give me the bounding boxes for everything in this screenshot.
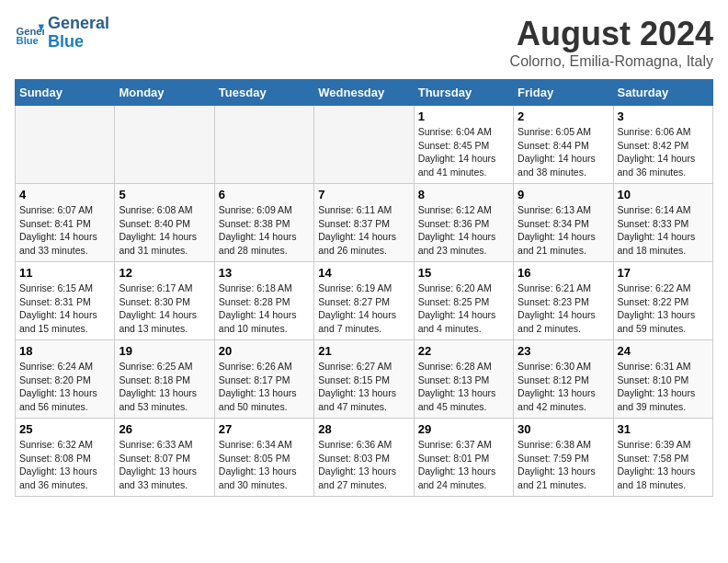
calendar-body: 1Sunrise: 6:04 AMSunset: 8:45 PMDaylight… (16, 106, 713, 497)
calendar-cell: 14Sunrise: 6:19 AMSunset: 8:27 PMDayligh… (314, 262, 414, 340)
day-info: Sunrise: 6:07 AMSunset: 8:41 PMDaylight:… (19, 203, 110, 258)
calendar-cell: 16Sunrise: 6:21 AMSunset: 8:23 PMDayligh… (514, 262, 613, 340)
calendar-table: SundayMondayTuesdayWednesdayThursdayFrid… (15, 79, 713, 497)
day-number: 7 (318, 188, 409, 201)
day-number: 13 (219, 266, 310, 280)
calendar-cell: 1Sunrise: 6:04 AMSunset: 8:45 PMDaylight… (414, 106, 513, 184)
title-block: August 2024 Colorno, Emilia-Romagna, Ita… (510, 15, 713, 70)
calendar-cell: 6Sunrise: 6:09 AMSunset: 8:38 PMDaylight… (214, 184, 313, 262)
day-info: Sunrise: 6:25 AMSunset: 8:18 PMDaylight:… (119, 360, 210, 414)
day-info: Sunrise: 6:27 AMSunset: 8:15 PMDaylight:… (318, 360, 409, 414)
day-info: Sunrise: 6:31 AMSunset: 8:10 PMDaylight:… (618, 360, 709, 414)
day-info: Sunrise: 6:39 AMSunset: 7:58 PMDaylight:… (618, 438, 709, 492)
day-number: 18 (19, 344, 110, 358)
day-info: Sunrise: 6:14 AMSunset: 8:33 PMDaylight:… (618, 203, 709, 258)
day-info: Sunrise: 6:15 AMSunset: 8:31 PMDaylight:… (19, 282, 110, 336)
day-number: 1 (418, 109, 509, 123)
day-info: Sunrise: 6:06 AMSunset: 8:42 PMDaylight:… (618, 125, 709, 179)
day-number: 3 (618, 109, 709, 123)
month-title: August 2024 (510, 15, 713, 53)
day-number: 11 (19, 266, 110, 280)
day-number: 17 (618, 266, 709, 280)
calendar-cell: 8Sunrise: 6:12 AMSunset: 8:36 PMDaylight… (414, 184, 513, 262)
calendar-cell: 25Sunrise: 6:32 AMSunset: 8:08 PMDayligh… (16, 419, 115, 497)
calendar-cell: 11Sunrise: 6:15 AMSunset: 8:31 PMDayligh… (16, 262, 115, 340)
day-number: 22 (418, 344, 509, 358)
day-info: Sunrise: 6:32 AMSunset: 8:08 PMDaylight:… (19, 438, 110, 492)
day-number: 5 (119, 188, 210, 201)
calendar-cell: 3Sunrise: 6:06 AMSunset: 8:42 PMDaylight… (613, 106, 712, 184)
page-header: General Blue General Blue August 2024 Co… (15, 15, 713, 70)
calendar-cell: 10Sunrise: 6:14 AMSunset: 8:33 PMDayligh… (613, 184, 712, 262)
calendar-cell (115, 106, 214, 184)
day-info: Sunrise: 6:30 AMSunset: 8:12 PMDaylight:… (518, 360, 609, 414)
calendar-cell: 18Sunrise: 6:24 AMSunset: 8:20 PMDayligh… (16, 340, 115, 419)
day-number: 16 (518, 266, 609, 280)
calendar-cell: 27Sunrise: 6:34 AMSunset: 8:05 PMDayligh… (214, 419, 313, 497)
calendar-cell: 5Sunrise: 6:08 AMSunset: 8:40 PMDaylight… (115, 184, 214, 262)
day-info: Sunrise: 6:33 AMSunset: 8:07 PMDaylight:… (119, 438, 210, 492)
day-info: Sunrise: 6:24 AMSunset: 8:20 PMDaylight:… (19, 360, 110, 414)
calendar-cell: 28Sunrise: 6:36 AMSunset: 8:03 PMDayligh… (314, 419, 414, 497)
calendar-cell: 31Sunrise: 6:39 AMSunset: 7:58 PMDayligh… (613, 419, 712, 497)
calendar-cell (16, 106, 115, 184)
day-number: 6 (219, 188, 310, 201)
day-number: 2 (518, 109, 609, 123)
calendar-week-3: 11Sunrise: 6:15 AMSunset: 8:31 PMDayligh… (16, 262, 713, 340)
calendar-cell: 24Sunrise: 6:31 AMSunset: 8:10 PMDayligh… (613, 340, 712, 419)
day-number: 12 (119, 266, 210, 280)
logo-text: General Blue (48, 15, 109, 52)
calendar-cell: 4Sunrise: 6:07 AMSunset: 8:41 PMDaylight… (16, 184, 115, 262)
calendar-cell: 9Sunrise: 6:13 AMSunset: 8:34 PMDaylight… (514, 184, 613, 262)
day-info: Sunrise: 6:11 AMSunset: 8:37 PMDaylight:… (318, 203, 409, 258)
day-number: 15 (418, 266, 509, 280)
calendar-cell: 29Sunrise: 6:37 AMSunset: 8:01 PMDayligh… (414, 419, 513, 497)
day-number: 20 (219, 344, 310, 358)
day-number: 8 (418, 188, 509, 201)
calendar-cell: 23Sunrise: 6:30 AMSunset: 8:12 PMDayligh… (514, 340, 613, 419)
logo: General Blue General Blue (15, 15, 109, 52)
calendar-cell: 7Sunrise: 6:11 AMSunset: 8:37 PMDaylight… (314, 184, 414, 262)
calendar-cell: 2Sunrise: 6:05 AMSunset: 8:44 PMDaylight… (514, 106, 613, 184)
day-info: Sunrise: 6:18 AMSunset: 8:28 PMDaylight:… (219, 282, 310, 336)
weekday-header-thursday: Thursday (414, 80, 513, 106)
day-info: Sunrise: 6:08 AMSunset: 8:40 PMDaylight:… (119, 203, 210, 258)
day-number: 25 (19, 422, 110, 436)
day-info: Sunrise: 6:04 AMSunset: 8:45 PMDaylight:… (418, 125, 509, 179)
calendar-cell (214, 106, 313, 184)
calendar-cell: 15Sunrise: 6:20 AMSunset: 8:25 PMDayligh… (414, 262, 513, 340)
weekday-header-sunday: Sunday (16, 80, 115, 106)
calendar-week-1: 1Sunrise: 6:04 AMSunset: 8:45 PMDaylight… (16, 106, 713, 184)
calendar-cell: 19Sunrise: 6:25 AMSunset: 8:18 PMDayligh… (115, 340, 214, 419)
day-number: 4 (19, 188, 110, 201)
day-number: 31 (618, 422, 709, 436)
day-info: Sunrise: 6:34 AMSunset: 8:05 PMDaylight:… (219, 438, 310, 492)
calendar-cell: 30Sunrise: 6:38 AMSunset: 7:59 PMDayligh… (514, 419, 613, 497)
weekday-header-saturday: Saturday (613, 80, 712, 106)
day-number: 21 (318, 344, 409, 358)
day-number: 14 (318, 266, 409, 280)
weekday-header-tuesday: Tuesday (214, 80, 313, 106)
day-info: Sunrise: 6:22 AMSunset: 8:22 PMDaylight:… (618, 282, 709, 336)
calendar-week-2: 4Sunrise: 6:07 AMSunset: 8:41 PMDaylight… (16, 184, 713, 262)
calendar-week-4: 18Sunrise: 6:24 AMSunset: 8:20 PMDayligh… (16, 340, 713, 419)
day-info: Sunrise: 6:09 AMSunset: 8:38 PMDaylight:… (219, 203, 310, 258)
day-number: 19 (119, 344, 210, 358)
day-number: 30 (518, 422, 609, 436)
day-number: 27 (219, 422, 310, 436)
day-info: Sunrise: 6:28 AMSunset: 8:13 PMDaylight:… (418, 360, 509, 414)
day-info: Sunrise: 6:13 AMSunset: 8:34 PMDaylight:… (518, 203, 609, 258)
calendar-cell: 26Sunrise: 6:33 AMSunset: 8:07 PMDayligh… (115, 419, 214, 497)
day-info: Sunrise: 6:12 AMSunset: 8:36 PMDaylight:… (418, 203, 509, 258)
day-info: Sunrise: 6:20 AMSunset: 8:25 PMDaylight:… (418, 282, 509, 336)
day-info: Sunrise: 6:37 AMSunset: 8:01 PMDaylight:… (418, 438, 509, 492)
weekday-header-row: SundayMondayTuesdayWednesdayThursdayFrid… (16, 80, 713, 106)
day-info: Sunrise: 6:05 AMSunset: 8:44 PMDaylight:… (518, 125, 609, 179)
day-number: 24 (618, 344, 709, 358)
weekday-header-wednesday: Wednesday (314, 80, 414, 106)
day-number: 23 (518, 344, 609, 358)
day-info: Sunrise: 6:19 AMSunset: 8:27 PMDaylight:… (318, 282, 409, 336)
day-info: Sunrise: 6:36 AMSunset: 8:03 PMDaylight:… (318, 438, 409, 492)
location-title: Colorno, Emilia-Romagna, Italy (510, 53, 713, 70)
svg-text:Blue: Blue (17, 35, 39, 46)
